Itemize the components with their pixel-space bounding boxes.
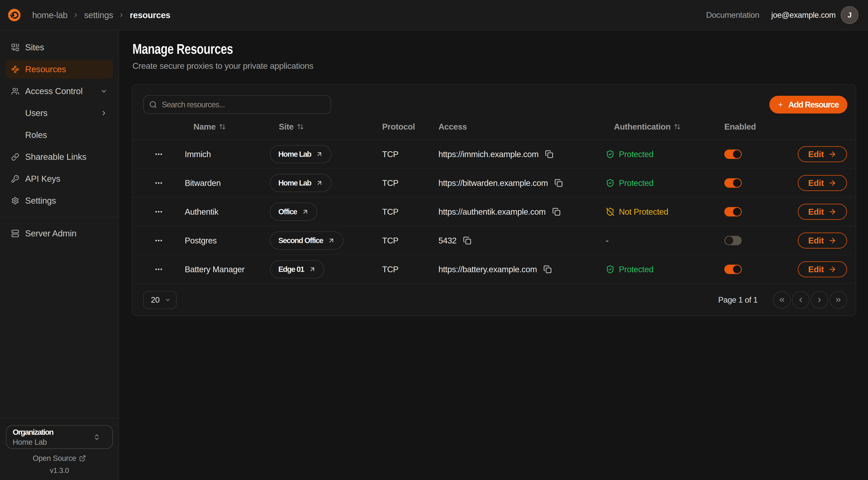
auth-status: Not Protected <box>604 207 722 217</box>
sidebar-item-settings[interactable]: Settings <box>6 191 113 210</box>
copy-icon <box>554 179 563 187</box>
sidebar-item-access-control[interactable]: Access Control <box>6 82 113 100</box>
edit-button[interactable]: Edit <box>798 175 847 191</box>
copy-button[interactable] <box>545 150 553 158</box>
page-subtitle: Create secure proxies to your private ap… <box>132 61 313 71</box>
documentation-link[interactable]: Documentation <box>706 10 759 20</box>
enabled-toggle[interactable] <box>724 265 742 274</box>
edit-button[interactable]: Edit <box>798 261 847 277</box>
pangolin-logo-icon[interactable] <box>7 8 22 22</box>
sidebar-item-sites[interactable]: Sites <box>6 38 113 57</box>
sidebar-item-users[interactable]: Users <box>6 104 113 122</box>
auth-status: Protected <box>604 264 722 274</box>
users-icon <box>11 87 19 95</box>
row-menu-button[interactable] <box>143 207 174 216</box>
organization-value: Home Lab <box>13 438 53 447</box>
row-menu-button[interactable] <box>143 150 174 158</box>
copy-button[interactable] <box>554 179 563 187</box>
site-link[interactable]: Second Office <box>270 232 343 249</box>
sidebar-item-roles[interactable]: Roles <box>6 126 113 144</box>
resource-name: Immich <box>174 149 270 159</box>
column-header-site[interactable]: Site <box>270 122 382 131</box>
table-row: Authentik Office TCP https://authentik.e… <box>132 198 856 226</box>
copy-button[interactable] <box>463 236 471 245</box>
search-icon <box>149 101 157 109</box>
user-email[interactable]: joe@example.com <box>771 10 836 20</box>
sidebar-item-resources[interactable]: Resources <box>6 60 113 79</box>
site-link[interactable]: Home Lab <box>270 174 331 192</box>
arrow-right-icon <box>828 208 837 216</box>
link-icon <box>11 153 19 161</box>
column-header-protocol: Protocol <box>382 122 438 131</box>
ellipsis-icon <box>154 179 163 187</box>
resource-access: https://battery.example.com <box>438 264 604 274</box>
edit-button[interactable]: Edit <box>798 233 847 248</box>
column-header-authentication[interactable]: Authentication <box>604 122 722 131</box>
edit-button[interactable]: Edit <box>798 204 847 220</box>
organization-picker[interactable]: Organization Home Lab <box>6 425 113 449</box>
enabled-toggle[interactable] <box>724 150 742 159</box>
last-page-button[interactable] <box>830 291 847 309</box>
resource-protocol: TCP <box>382 264 438 274</box>
copy-button[interactable] <box>544 265 552 273</box>
shield-check-icon <box>606 150 615 158</box>
search-input[interactable] <box>162 100 326 109</box>
server-icon <box>11 230 19 237</box>
edit-button[interactable]: Edit <box>798 146 847 162</box>
prev-page-button[interactable] <box>792 291 809 309</box>
chevron-down-icon <box>100 88 107 95</box>
top-bar: home-lab settings resources Documentatio… <box>0 0 868 30</box>
column-header-name[interactable]: Name <box>174 122 270 131</box>
table-header: Name Site Protocol Access Authentication <box>132 114 856 140</box>
resource-protocol: TCP <box>382 149 438 159</box>
breadcrumb-settings[interactable]: settings <box>84 10 113 20</box>
arrow-up-right-icon <box>316 151 323 158</box>
site-link[interactable]: Edge 01 <box>270 260 324 278</box>
chevron-right-icon <box>100 110 107 117</box>
sidebar-item-server-admin[interactable]: Server Admin <box>6 224 113 243</box>
key-icon <box>11 175 19 183</box>
enabled-toggle[interactable] <box>724 207 742 216</box>
chevron-down-icon <box>164 297 171 303</box>
ellipsis-icon <box>154 207 163 216</box>
chevrons-right-icon <box>835 296 842 304</box>
arrow-up-right-icon <box>302 208 309 215</box>
sidebar-item-api-keys[interactable]: API Keys <box>6 170 113 188</box>
sidebar: Sites Resources Access Control Users Rol… <box>0 30 119 480</box>
next-page-button[interactable] <box>811 291 828 309</box>
enabled-toggle[interactable] <box>724 236 742 245</box>
open-source-link[interactable]: Open Source <box>0 454 119 462</box>
shield-check-icon <box>606 265 615 274</box>
site-link[interactable]: Home Lab <box>270 145 331 163</box>
chevrons-left-icon <box>778 296 786 304</box>
resource-protocol: TCP <box>382 236 438 245</box>
external-link-icon <box>79 455 86 462</box>
chevron-right-icon <box>73 12 79 18</box>
auth-status: Protected <box>604 178 722 188</box>
resource-name: Battery Manager <box>174 264 270 274</box>
page-size-select[interactable]: 20 <box>143 291 177 309</box>
site-link[interactable]: Office <box>270 203 317 221</box>
copy-icon <box>463 236 471 245</box>
sidebar-item-shareable-links[interactable]: Shareable Links <box>6 148 113 166</box>
breadcrumb: home-lab settings resources <box>32 10 170 20</box>
arrow-up-right-icon <box>328 237 335 244</box>
sidebar-footer: Organization Home Lab Open Source v1.3.0 <box>0 418 119 480</box>
page-info: Page 1 of 1 <box>718 295 757 304</box>
add-resource-button[interactable]: Add Resource <box>769 96 847 114</box>
arrow-up-right-icon <box>309 266 316 273</box>
sidebar-divider <box>0 217 119 217</box>
copy-button[interactable] <box>552 208 561 216</box>
avatar[interactable]: J <box>841 6 859 24</box>
ellipsis-icon <box>154 265 163 274</box>
resource-name: Authentik <box>174 207 270 217</box>
row-menu-button[interactable] <box>143 236 174 245</box>
row-menu-button[interactable] <box>143 179 174 187</box>
breadcrumb-org[interactable]: home-lab <box>32 10 67 20</box>
row-menu-button[interactable] <box>143 265 174 274</box>
version-label: v1.3.0 <box>0 467 119 475</box>
arrow-right-icon <box>828 150 837 158</box>
enabled-toggle[interactable] <box>724 178 742 188</box>
first-page-button[interactable] <box>773 291 790 309</box>
table-row: Immich Home Lab TCP https://immich.examp… <box>132 140 856 169</box>
